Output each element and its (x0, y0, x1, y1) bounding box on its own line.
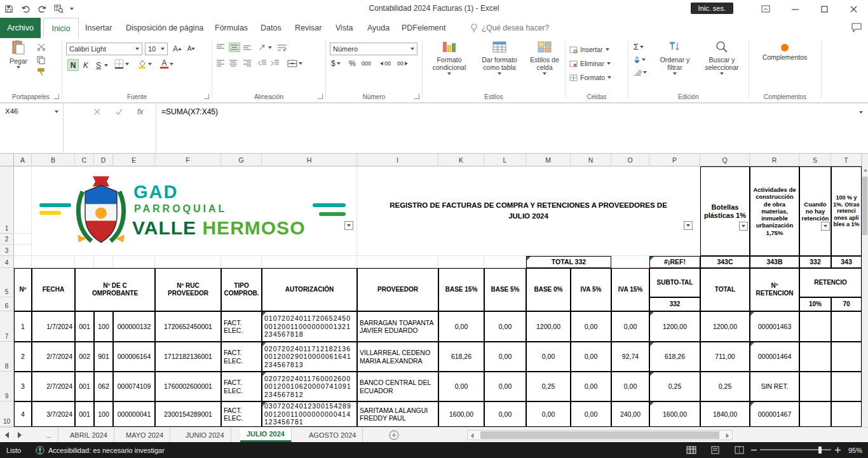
cell[interactable]: 0,25 (526, 372, 571, 401)
tab-datos[interactable]: Datos (257, 18, 285, 38)
col-header-R[interactable]: R (750, 154, 799, 166)
sheet-tab-julio[interactable]: JULIO 2024 (240, 428, 292, 442)
alignment-dialog-launcher[interactable] (318, 94, 323, 99)
header-cell[interactable]: 332 (649, 297, 700, 311)
cell[interactable]: 000000041 (113, 401, 155, 427)
filter-dropdown-icon[interactable] (344, 221, 353, 230)
row-header-8[interactable]: 8 (0, 342, 14, 372)
cell[interactable]: 0,00 (611, 372, 649, 401)
header-cell[interactable]: BASE 15% (438, 268, 484, 311)
wrap-text-button[interactable] (277, 44, 287, 51)
italic-button[interactable]: K (80, 59, 92, 71)
cell[interactable]: 2/7/2024 (32, 372, 75, 401)
tab-inicio[interactable]: Inicio (43, 18, 79, 38)
cell-343[interactable]: 343 (831, 256, 862, 268)
cell[interactable]: 1200,00 (700, 311, 750, 342)
cell[interactable]: 240,00 (611, 401, 649, 427)
zoom-level[interactable]: 95% (848, 442, 862, 458)
fill-button[interactable] (634, 56, 646, 64)
tab-formulas[interactable]: Fórmulas (211, 18, 252, 38)
grow-font-button[interactable]: A (172, 43, 183, 55)
cut-button[interactable] (37, 43, 46, 51)
cell[interactable] (262, 256, 357, 268)
cell[interactable] (75, 256, 94, 268)
cell[interactable]: 618,26 (649, 342, 700, 372)
cell-343b[interactable]: 343B (750, 256, 799, 268)
cell[interactable]: 901 (94, 342, 113, 372)
filter-dropdown-icon[interactable] (821, 222, 830, 231)
cell[interactable]: 0,25 (700, 372, 750, 401)
cell[interactable]: 1200,00 (526, 311, 571, 342)
cell[interactable]: 1 (14, 311, 32, 342)
normal-view-button[interactable] (686, 442, 696, 458)
header-cell[interactable]: RETENCIO (799, 268, 862, 297)
cell[interactable]: 0,25 (649, 372, 700, 401)
report-title-cell[interactable]: REGISTRO DE FACTURAS DE COMPRA Y RETENCI… (357, 166, 700, 256)
col-header-H[interactable]: H (262, 154, 357, 166)
logo-cell[interactable]: GAD PARROQUIAL VALLE HERMOSO (32, 166, 357, 256)
col-header-D[interactable]: D (94, 154, 113, 166)
cell[interactable]: BANCO CENTRAL DEL ECUADOR (357, 372, 438, 401)
col-header-I[interactable]: I (357, 154, 438, 166)
row-header-10[interactable]: 10 (0, 401, 14, 427)
cell[interactable] (357, 256, 438, 268)
zoom-in-button[interactable] (835, 442, 841, 458)
sheet-tab-more[interactable]: ... (39, 428, 58, 442)
tab-archivo[interactable]: Archivo (0, 18, 41, 38)
shrink-font-button[interactable]: A (186, 43, 197, 55)
cancel-icon[interactable] (94, 109, 100, 115)
col-header-T[interactable]: T (831, 154, 862, 166)
horizontal-scrollbar[interactable] (467, 430, 733, 440)
tab-ayuda[interactable]: Ayuda (363, 18, 393, 38)
cell[interactable]: 0,00 (571, 401, 611, 427)
sheet-tab-junio[interactable]: JUNIO 2024 (179, 428, 231, 442)
header-cell[interactable]: 70 (831, 297, 862, 311)
bold-button[interactable]: N (67, 59, 79, 71)
cell[interactable]: 618,26 (438, 342, 484, 372)
cell[interactable]: FACT. ELEC. (221, 311, 262, 342)
autosum-button[interactable]: Σ (634, 42, 644, 51)
cell[interactable] (155, 256, 221, 268)
cell[interactable]: SIN RET. (750, 372, 799, 401)
cell[interactable]: 0,00 (438, 372, 484, 401)
number-format-combo[interactable]: Número (330, 43, 417, 55)
cell[interactable]: 4 (14, 401, 32, 427)
borders-button[interactable] (114, 59, 129, 69)
delete-cells-button[interactable]: Eliminar (569, 57, 611, 70)
cell[interactable]: 0207202401176000260000120010620000741091… (262, 372, 357, 401)
cell[interactable]: 2/7/2024 (32, 342, 75, 372)
cell[interactable] (799, 401, 831, 427)
horizontal-scrollbar-thumb[interactable] (480, 431, 719, 439)
ribbon-display-options-button[interactable] (751, 0, 780, 18)
col-header-G[interactable]: G (221, 154, 262, 166)
comments-icon[interactable] (851, 23, 862, 35)
cell[interactable]: 1760002600001 (155, 372, 221, 401)
cell[interactable]: 1720652450001 (155, 311, 221, 342)
font-name-combo[interactable]: Calibri Light (66, 43, 142, 55)
row-header-7[interactable]: 7 (0, 311, 14, 342)
filter-dropdown-icon[interactable] (739, 222, 748, 231)
col-header-C[interactable]: C (75, 154, 94, 166)
cell[interactable]: 2 (14, 342, 32, 372)
decrease-indent-button[interactable] (258, 60, 267, 67)
zoom-out-button[interactable] (751, 442, 757, 458)
cell[interactable]: 3 (14, 372, 32, 401)
cell[interactable]: 0,00 (526, 401, 571, 427)
find-select-button[interactable]: Buscar y seleccionar (700, 40, 744, 75)
thousands-button[interactable]: 000 (362, 60, 371, 67)
copy-button[interactable] (37, 56, 45, 64)
cell[interactable]: 1712182136001 (155, 342, 221, 372)
col-header-A[interactable]: A (14, 154, 32, 166)
font-color-button[interactable]: A (160, 59, 173, 69)
cell[interactable] (831, 372, 862, 401)
cell-343c[interactable]: 343C (700, 256, 750, 268)
cell[interactable]: 1600,00 (438, 401, 484, 427)
cell[interactable]: 3/7/2024 (32, 401, 75, 427)
select-all-corner[interactable] (0, 154, 14, 166)
cell[interactable]: 0,00 (526, 342, 571, 372)
cell[interactable]: 000000132 (113, 311, 155, 342)
cell[interactable]: 100 (94, 311, 113, 342)
cell-332[interactable]: 332 (799, 256, 831, 268)
align-top-button[interactable] (216, 44, 225, 51)
cell[interactable]: 92,74 (611, 342, 649, 372)
